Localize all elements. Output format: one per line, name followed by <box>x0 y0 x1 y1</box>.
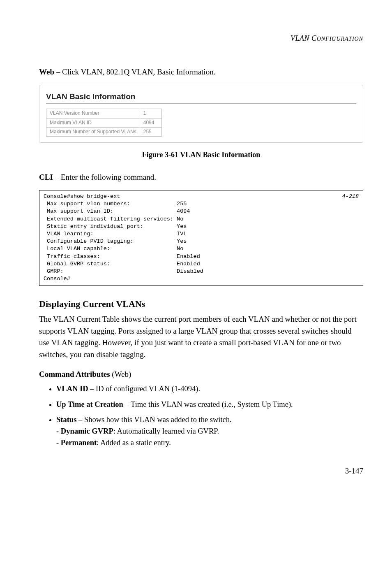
row-label: Maximum Number of Supported VLANs <box>46 127 140 136</box>
attr-desc: – ID of configured VLAN (1-4094). <box>88 385 200 393</box>
list-item: VLAN ID – ID of configured VLAN (1-4094)… <box>56 383 363 395</box>
cli-line: Static entry individual port: Yes <box>44 223 187 230</box>
attr-sub: - Permanent: Added as a static entry. <box>56 437 363 449</box>
attrs-list: VLAN ID – ID of configured VLAN (1-4094)… <box>39 383 363 449</box>
vlan-info-table: VLAN Version Number 1 Maximum VLAN ID 40… <box>46 109 162 137</box>
cli-line: Configurable PVID tagging: Yes <box>44 238 187 244</box>
row-value: 1 <box>140 109 161 118</box>
attrs-heading-rest: (Web) <box>110 370 131 378</box>
cli-line: Extended multicast filtering services: N… <box>44 216 183 222</box>
cli-line: Traffic classes: Enabled <box>44 253 200 260</box>
intro-rest: – Click VLAN, 802.1Q VLAN, Basic Informa… <box>54 67 215 76</box>
cli-line: Max support vlan numbers: 255 <box>44 201 187 207</box>
cli-output-block: Console#show bridge-ext4-218 Max support… <box>39 190 363 286</box>
cli-line: GMRP: Disabled <box>44 268 203 274</box>
section-paragraph: The VLAN Current Table shows the current… <box>39 313 363 360</box>
attr-sub: - Dynamic GVRP: Automatically learned vi… <box>56 426 363 437</box>
attrs-heading-bold: Command Attributes <box>39 370 110 378</box>
row-value: 255 <box>140 127 161 136</box>
attr-sub-bold: Permanent <box>61 439 97 447</box>
section-heading: Displaying Current VLANs <box>39 297 363 311</box>
intro-label: Web <box>39 67 54 76</box>
row-label: VLAN Version Number <box>46 109 140 118</box>
attr-name: VLAN ID <box>56 385 88 393</box>
header-title-smallcaps: ONFIGURATION <box>317 36 363 42</box>
attr-sub-bold: Dynamic GVRP <box>61 427 113 435</box>
page-header: VLAN CONFIGURATION <box>39 33 363 44</box>
cli-line: Max support vlan ID: 4094 <box>44 208 190 214</box>
row-label: Maximum VLAN ID <box>46 118 140 127</box>
table-row: Maximum VLAN ID 4094 <box>46 118 162 127</box>
table-row: VLAN Version Number 1 <box>46 109 162 118</box>
screenshot-title: VLAN Basic Information <box>46 91 356 102</box>
cli-intro-label: CLI <box>39 173 53 181</box>
page-number: 3-147 <box>39 465 363 477</box>
attr-sub-text: : Automatically learned via GVRP. <box>113 427 219 435</box>
cli-line: Global GVRP status: Enabled <box>44 261 200 267</box>
screenshot-divider <box>46 103 356 104</box>
cli-line: Local VLAN capable: No <box>44 246 183 252</box>
cli-intro-rest: – Enter the following command. <box>53 173 156 181</box>
cli-ref: 4-218 <box>342 193 359 200</box>
attr-name: Status <box>56 415 76 424</box>
list-item: Up Time at Creation – Time this VLAN was… <box>56 399 363 411</box>
row-value: 4094 <box>140 118 161 127</box>
cli-line: VLAN learning: IVL <box>44 231 187 237</box>
attr-desc: – Time this VLAN was created (i.e., Syst… <box>123 400 293 409</box>
attr-desc: – Shows how this VLAN was added to the s… <box>76 415 231 424</box>
attr-sub-text: : Added as a static entry. <box>97 439 171 447</box>
table-row: Maximum Number of Supported VLANs 255 <box>46 127 162 136</box>
screenshot-panel: VLAN Basic Information VLAN Version Numb… <box>39 85 363 143</box>
cli-cmd: Console#show bridge-ext <box>44 193 120 200</box>
attrs-heading: Command Attributes (Web) <box>39 369 363 380</box>
list-item: Status – Shows how this VLAN was added t… <box>56 414 363 448</box>
cli-line: Console# <box>44 276 70 282</box>
figure-caption: Figure 3-61 VLAN Basic Information <box>39 149 363 160</box>
header-title-italic: VLAN C <box>291 34 317 42</box>
attr-name: Up Time at Creation <box>56 400 123 409</box>
intro-paragraph: Web – Click VLAN, 802.1Q VLAN, Basic Inf… <box>39 66 363 78</box>
cli-intro-paragraph: CLI – Enter the following command. <box>39 172 363 183</box>
